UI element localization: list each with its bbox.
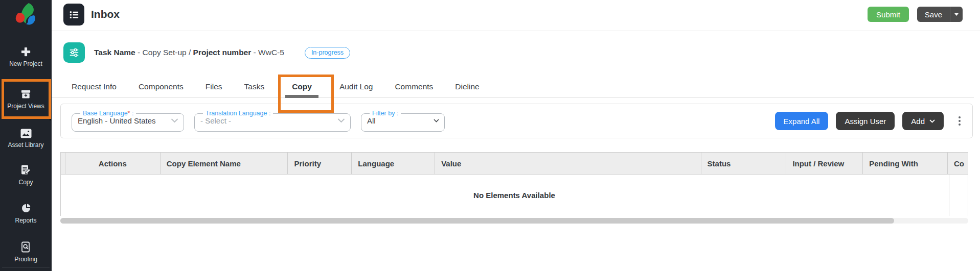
copy-elements-table: Actions Copy Element Name Priority Langu… (60, 152, 968, 216)
filter-by-value: All (367, 116, 376, 125)
tab-request-info[interactable]: Request Info (71, 76, 118, 98)
table-header-priority: Priority (288, 153, 352, 174)
task-settings-icon-badge (63, 42, 85, 63)
tab-dieline[interactable]: Dieline (454, 76, 480, 98)
expand-all-button[interactable]: Expand All (775, 112, 829, 130)
submit-button[interactable]: Submit (868, 7, 909, 22)
table-header-input-review: Input / Review (786, 153, 863, 174)
base-language-value: English - United States (78, 116, 156, 125)
sidebar-item-label: Asset Library (8, 141, 43, 149)
horizontal-scrollbar[interactable] (60, 218, 968, 224)
save-dropdown-button[interactable] (950, 7, 963, 22)
tab-components[interactable]: Components (138, 76, 185, 98)
table-header-language: Language (352, 153, 435, 174)
tab-audit-log[interactable]: Audit Log (338, 76, 374, 98)
chevron-down-icon (929, 119, 935, 123)
sidebar-item-asset-library[interactable]: Asset Library (8, 128, 43, 149)
table-header-actions: Actions (65, 153, 161, 174)
sidebar-item-new-project[interactable]: New Project (9, 46, 42, 67)
task-name-value: Copy Set-up (142, 48, 186, 57)
tab-copy[interactable]: Copy (285, 76, 318, 98)
chevron-down-icon (954, 13, 959, 16)
filter-actions: Expand All Assign User Add (775, 112, 965, 130)
sidebar: New Project Project Views Asset Library (0, 0, 52, 271)
empty-state-message: No Elements Available (473, 191, 555, 200)
project-number-value: WwC-5 (258, 48, 284, 57)
chevron-down-icon (337, 118, 345, 123)
tab-files[interactable]: Files (204, 76, 223, 98)
table-header-copy-element-name: Copy Element Name (161, 153, 288, 174)
tab-tasks[interactable]: Tasks (243, 76, 266, 98)
sidebar-item-label: New Project (9, 60, 42, 67)
sidebar-item-project-views[interactable]: Project Views (7, 88, 44, 110)
horizontal-scrollbar-thumb[interactable] (60, 218, 894, 224)
document-search-icon (19, 241, 32, 253)
table-header-value: Value (435, 153, 701, 174)
sidebar-scrollbar-thumb[interactable] (50, 95, 51, 120)
save-split-button: Save (917, 7, 963, 22)
sidebar-item-copy[interactable]: Copy (18, 164, 33, 186)
table-column-divider (949, 175, 949, 216)
app-logo-icon (12, 2, 40, 29)
translation-language-value: - Select - (200, 116, 231, 125)
main-content: Inbox Submit Save (52, 0, 980, 224)
topbar: Inbox Submit Save (52, 0, 980, 31)
tab-bar: Request Info Components Files Tasks Copy… (52, 76, 974, 98)
plus-icon (20, 46, 32, 58)
table-header-status: Status (701, 153, 787, 174)
filter-by-select[interactable]: Filter by : All (361, 110, 445, 132)
table-header-comments-clipped: Co (948, 153, 968, 174)
inbox-list-menu-button[interactable] (63, 4, 84, 26)
sidebar-item-label: Project Views (7, 103, 44, 110)
pie-chart-icon (20, 202, 32, 214)
app-window: New Project Project Views Asset Library (0, 0, 980, 271)
project-number-label: Project number (193, 48, 252, 57)
table-header-row: Actions Copy Element Name Priority Langu… (60, 152, 968, 175)
sidebar-item-proofing[interactable]: Proofing (14, 241, 37, 263)
filter-toolbar: Base Language* : English - United States… (60, 104, 973, 138)
more-options-kebab-button[interactable] (954, 112, 965, 130)
archive-box-icon (20, 88, 32, 100)
sliders-icon (68, 46, 80, 59)
sidebar-item-label: Reports (15, 217, 36, 224)
document-edit-icon (19, 164, 32, 176)
status-badge: In-progress (305, 47, 350, 59)
chevron-down-icon (434, 119, 439, 122)
add-button[interactable]: Add (902, 112, 944, 130)
task-header-row: Task Name - Copy Set-up / Project number… (52, 42, 980, 63)
sidebar-item-label: Copy (18, 179, 33, 186)
image-icon (20, 128, 32, 139)
chevron-down-icon (171, 118, 178, 123)
table-header-lead (61, 153, 65, 174)
active-tab-indicator (285, 95, 318, 98)
sidebar-item-label: Proofing (14, 256, 37, 263)
base-language-dropdown[interactable]: Base Language* : English - United States (72, 110, 184, 132)
task-breadcrumb: Task Name - Copy Set-up / Project number… (94, 48, 284, 57)
table-empty-body: No Elements Available (60, 175, 968, 216)
save-button[interactable]: Save (917, 10, 950, 19)
translation-language-dropdown[interactable]: Translation Language : - Select - (194, 110, 351, 132)
sidebar-item-reports[interactable]: Reports (15, 202, 36, 224)
table-header-pending-with: Pending With (863, 153, 948, 174)
tab-comments[interactable]: Comments (394, 76, 434, 98)
task-name-label: Task Name (94, 48, 135, 57)
assign-user-button[interactable]: Assign User (836, 112, 895, 130)
sidebar-divider (2, 267, 50, 267)
topbar-actions: Submit Save (868, 7, 963, 22)
page-title: Inbox (91, 8, 120, 20)
list-icon (69, 9, 80, 20)
